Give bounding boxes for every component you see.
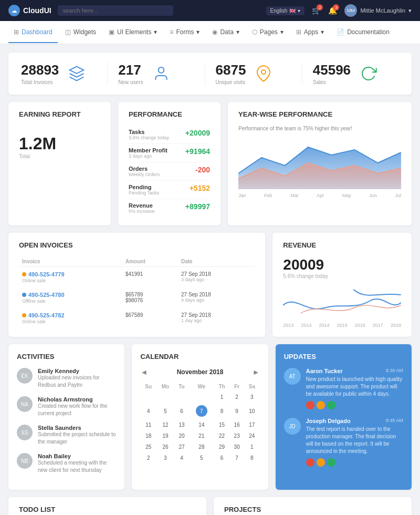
calendar-day[interactable]: 22 xyxy=(214,430,230,441)
tag-icon xyxy=(317,458,325,467)
bell-icon[interactable]: 🔔 3 xyxy=(328,6,337,15)
language-button[interactable]: English 🇬🇧 ▾ xyxy=(266,6,305,15)
calendar-day[interactable]: 5 xyxy=(156,403,174,419)
calendar-day[interactable]: 23 xyxy=(229,430,244,441)
calendar-day[interactable]: 15 xyxy=(214,419,230,430)
day-su: Su xyxy=(140,382,156,392)
logo-text: CloudUI xyxy=(23,6,51,15)
calendar-day[interactable]: 25 xyxy=(140,441,156,452)
calendar-day[interactable]: 27 xyxy=(174,441,189,452)
inv-id-1[interactable]: 490-525-4779 xyxy=(28,271,65,277)
invoices-title: OPEN INVOICES xyxy=(19,241,255,249)
chevron-down-icon3: ▾ xyxy=(236,28,239,36)
calendar-day[interactable]: · xyxy=(140,392,156,403)
calendar-day[interactable]: · xyxy=(156,392,174,403)
calendar-day[interactable]: 4 xyxy=(174,452,189,464)
calendar-day[interactable]: · xyxy=(174,392,189,403)
perf-row-tasks: Tasks3.6% change today +20009 xyxy=(129,126,210,144)
calendar-day[interactable]: 1 xyxy=(214,392,230,403)
inv-id-3[interactable]: 490-525-4782 xyxy=(28,312,65,318)
dot-orange-icon xyxy=(22,272,26,276)
list-item: EK Emily Kennedy Uploaded new invoices f… xyxy=(17,368,116,389)
tag-icon xyxy=(338,458,346,467)
update-name-2: Joseph Delgado xyxy=(306,418,351,424)
dot-orange2-icon xyxy=(22,313,26,317)
revenue-number: 20009 xyxy=(283,256,401,273)
month-jul: Jul xyxy=(395,193,401,198)
cal-next-button[interactable]: ► xyxy=(253,368,260,376)
calendar-day[interactable]: 4 xyxy=(140,403,156,419)
user-chevron-icon: ▾ xyxy=(408,7,412,14)
calendar-day[interactable]: 8 xyxy=(244,452,260,464)
calendar-day[interactable]: 29 xyxy=(214,441,230,452)
calendar-day[interactable]: 8 xyxy=(214,403,230,419)
performance-card: PERFORMANCE Tasks3.6% change today +2000… xyxy=(118,102,220,225)
tag-icon xyxy=(317,401,325,409)
notif-badge: 3 xyxy=(333,4,339,11)
calendar-day[interactable]: 20 xyxy=(174,430,189,441)
svg-point-2 xyxy=(261,70,266,74)
calendar-day[interactable]: 14 xyxy=(189,419,214,430)
calendar-day[interactable]: 30 xyxy=(229,441,244,452)
calendar-day[interactable]: 2 xyxy=(140,452,156,464)
chevron-down-icon: ▾ xyxy=(298,8,300,14)
calendar-day[interactable]: 3 xyxy=(244,392,260,403)
month-apr: Apr xyxy=(317,193,324,198)
stat-invoices-info: 28893 Total Invoices xyxy=(21,62,59,85)
user-menu[interactable]: MM Mittie McLaughlin ▾ xyxy=(344,4,412,17)
inv-id-2[interactable]: 490-525-4780 xyxy=(28,292,65,298)
search-input[interactable] xyxy=(58,5,173,16)
activity-content: Emily Kennedy Uploaded new invoices for … xyxy=(38,368,116,389)
perf-profit-sub: 3 days ago xyxy=(129,153,167,159)
calendar-day[interactable]: 24 xyxy=(244,430,260,441)
perf-pending-sub: Pending Tasks xyxy=(129,190,159,195)
calendar-day[interactable]: 19 xyxy=(156,430,174,441)
calendar-day[interactable]: 6 xyxy=(174,403,189,419)
calendar-day[interactable]: 12 xyxy=(156,419,174,430)
updates-title: UPDATES xyxy=(284,353,403,360)
calendar-day[interactable]: 11 xyxy=(140,419,156,430)
calendar-day[interactable]: 1 xyxy=(244,441,260,452)
stat-visits-number: 6875 xyxy=(216,62,246,78)
nav-apps[interactable]: ⊞ Apps ▾ xyxy=(291,22,329,43)
calendar-day[interactable]: 21 xyxy=(189,430,214,441)
ui-elements-icon: ▣ xyxy=(109,28,114,36)
calendar-day[interactable]: 5 xyxy=(189,452,214,464)
calendar-day[interactable]: 10 xyxy=(244,403,260,419)
year-2018: 2018 xyxy=(391,323,401,328)
logo[interactable]: ☁ CloudUI xyxy=(8,5,51,16)
month-may: May xyxy=(342,193,351,198)
calendar-day[interactable]: 7 xyxy=(189,403,214,419)
tag-icon xyxy=(306,458,314,467)
nav-dashboard[interactable]: ⊞ Dashboard xyxy=(8,22,58,43)
nav-docs-label: Documentation xyxy=(347,28,390,36)
calendar-day[interactable]: 13 xyxy=(174,419,189,430)
cart-badge: 2 xyxy=(317,4,323,11)
calendar-day[interactable]: 28 xyxy=(189,441,214,452)
calendar-day[interactable]: 6 xyxy=(214,452,230,464)
nav-ui-elements[interactable]: ▣ UI Elements ▾ xyxy=(103,22,162,43)
calendar-day[interactable]: 18 xyxy=(140,430,156,441)
year-2016: 2016 xyxy=(355,323,365,328)
calendar-day[interactable]: 16 xyxy=(229,419,244,430)
calendar-day[interactable]: 9 xyxy=(229,403,244,419)
nav-pages[interactable]: ⬡ Pages ▾ xyxy=(247,22,289,43)
nav-forms[interactable]: ≡ Forms ▾ xyxy=(164,22,205,43)
inv-ago-1: 3 days ago xyxy=(181,277,251,282)
calendar-day[interactable]: · xyxy=(189,392,214,403)
nav-documentation[interactable]: 📄 Documentation xyxy=(331,22,395,43)
cal-prev-button[interactable]: ◄ xyxy=(140,368,148,376)
nav-data[interactable]: ◉ Data ▾ xyxy=(207,22,244,43)
activity-desc-1: Uploaded new invoices for Redbus and Pay… xyxy=(38,374,116,389)
calendar-day[interactable]: 3 xyxy=(156,452,174,464)
calendar-day[interactable]: 26 xyxy=(156,441,174,452)
revenue-chart xyxy=(283,284,401,321)
calendar-day[interactable]: 17 xyxy=(244,419,260,430)
language-label: English xyxy=(270,8,288,14)
nav-widgets[interactable]: ◫ Widgets xyxy=(60,22,101,43)
calendar-day[interactable]: 7 xyxy=(229,452,244,464)
calendar-day[interactable]: 2 xyxy=(229,392,244,403)
cart-icon[interactable]: 🛒 2 xyxy=(312,6,321,15)
nav-widgets-label: Widgets xyxy=(74,28,96,36)
avatar: NB xyxy=(17,453,33,469)
